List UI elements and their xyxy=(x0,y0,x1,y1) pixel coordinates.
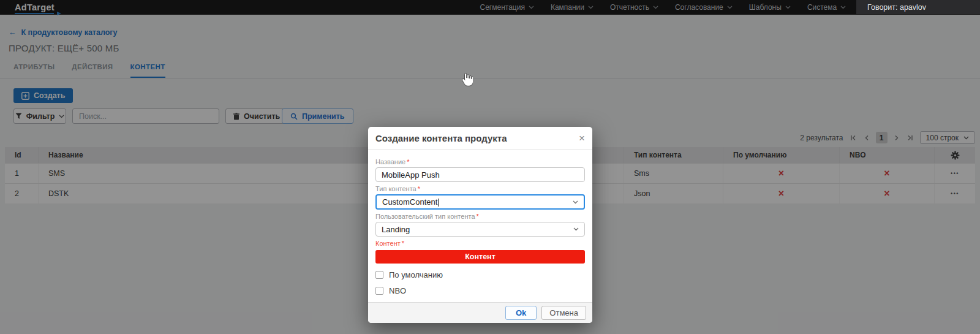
nbo-checkbox-row[interactable]: NBO xyxy=(375,286,585,295)
close-icon[interactable]: × xyxy=(579,133,585,143)
modal-footer: Ok Отмена xyxy=(368,302,592,323)
content-type-select[interactable]: CustomContent xyxy=(375,194,585,210)
required-marker: * xyxy=(407,158,409,165)
custom-content-type-select[interactable]: Landing xyxy=(375,222,585,237)
chevron-down-icon xyxy=(573,200,578,204)
custom-content-type-value: Landing xyxy=(382,225,410,234)
mouse-hand-cursor xyxy=(459,71,473,89)
modal-title: Создание контента продукта xyxy=(375,133,507,143)
content-field-label: Контент* xyxy=(375,240,585,247)
custom-content-type-field-label: Пользовательский тип контента* xyxy=(375,213,585,220)
speaking-indicator-text: Говорит: apavlov xyxy=(867,3,926,12)
create-content-modal: Создание контента продукта × Название* Т… xyxy=(368,127,592,323)
content-type-field-label: Тип контента* xyxy=(375,185,585,192)
default-checkbox-row[interactable]: По умолчанию xyxy=(375,270,585,279)
field-label-text: Тип контента xyxy=(375,185,417,192)
nbo-checkbox-label: NBO xyxy=(389,286,406,295)
field-label-text: Контент xyxy=(375,240,401,247)
content-upload-button[interactable]: Контент xyxy=(375,250,585,264)
ok-button[interactable]: Ok xyxy=(505,306,537,320)
required-marker: * xyxy=(418,185,420,192)
required-marker: * xyxy=(402,240,404,247)
content-type-value: CustomContent xyxy=(382,197,439,207)
nbo-checkbox[interactable] xyxy=(375,287,383,295)
chevron-down-icon xyxy=(573,227,579,231)
default-checkbox-label: По умолчанию xyxy=(389,270,443,279)
field-label-text: Пользовательский тип контента xyxy=(375,213,475,220)
modal-body: Название* Тип контента* CustomContent По… xyxy=(368,150,592,295)
name-field-label: Название* xyxy=(375,158,585,165)
text-cursor xyxy=(438,199,439,207)
field-label-text: Название xyxy=(375,158,405,165)
speaking-indicator: Говорит: apavlov xyxy=(856,0,980,14)
name-field[interactable] xyxy=(375,167,585,182)
default-checkbox[interactable] xyxy=(375,271,383,279)
cancel-button[interactable]: Отмена xyxy=(541,306,586,320)
modal-header: Создание контента продукта × xyxy=(368,127,592,150)
required-marker: * xyxy=(477,213,479,220)
